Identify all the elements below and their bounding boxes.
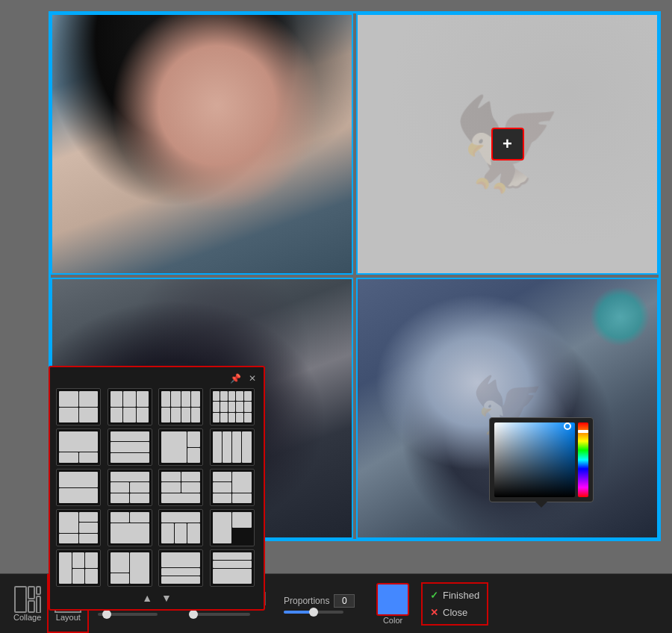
roundness-slider-track — [190, 613, 250, 616]
hue-bar[interactable] — [578, 422, 588, 497]
layout-thumb-mixed6[interactable] — [210, 509, 255, 546]
proportions-label: Proportions — [284, 596, 329, 606]
layout-thumb-mixed2[interactable] — [210, 469, 255, 506]
layout-panel: 📌 ✕ — [49, 366, 265, 611]
layout-thumb-mixed4[interactable] — [108, 509, 152, 546]
spectrum-cursor[interactable] — [564, 422, 571, 430]
proportions-row: Proportions 0 — [284, 594, 355, 608]
layout-thumb-4x2[interactable] — [158, 388, 203, 425]
finished-button[interactable]: ✓ Finished — [430, 588, 479, 602]
close-label: Close — [443, 607, 467, 618]
layout-thumb-mixed8[interactable] — [108, 549, 152, 587]
close-button[interactable]: ✕ Close — [430, 605, 479, 620]
add-photo-button[interactable]: + — [491, 128, 524, 160]
color-button[interactable] — [376, 583, 409, 616]
action-buttons: ✓ Finished ✕ Close — [421, 582, 488, 626]
layout-thumb-wn[interactable] — [158, 428, 203, 466]
layout-panel-close-button[interactable]: ✕ — [247, 373, 258, 384]
layout-thumb-mixed10[interactable] — [210, 549, 255, 587]
roundness-slider[interactable] — [190, 613, 250, 616]
layout-thumb-mixed7[interactable] — [56, 549, 101, 587]
layout-thumb-mixed9[interactable] — [158, 549, 203, 587]
layout-thumb-mixed3[interactable] — [56, 509, 101, 546]
collage-section: Collage — [7, 574, 47, 633]
color-label: Color — [383, 616, 402, 625]
hue-cursor[interactable] — [578, 430, 588, 433]
teal-accent — [590, 287, 650, 346]
check-icon: ✓ — [430, 590, 438, 601]
layout-thumb-5x3[interactable] — [210, 388, 255, 425]
collage-icon — [14, 586, 41, 613]
scroll-up-arrow[interactable]: ▲ — [142, 593, 152, 603]
proportions-value[interactable]: 0 — [334, 594, 355, 608]
collage-svg-icon — [14, 586, 41, 613]
color-picker-inner — [494, 422, 588, 497]
spacing-slider-thumb[interactable] — [102, 610, 111, 619]
pin-button[interactable]: 📌 — [228, 373, 243, 384]
finished-label: Finished — [443, 590, 479, 601]
layout-panel-header: 📌 ✕ — [56, 373, 258, 384]
layout-thumb-v3[interactable] — [108, 469, 152, 506]
color-section: Color — [364, 574, 421, 633]
layout-thumb-mixed5[interactable] — [158, 509, 203, 546]
collage-cell-2[interactable]: 🦅 + — [356, 13, 659, 275]
layout-thumb-mixed1[interactable] — [210, 428, 255, 466]
proportions-control: Proportions 0 — [275, 574, 364, 633]
spacing-slider[interactable] — [98, 613, 158, 616]
roundness-slider-thumb[interactable] — [189, 610, 198, 619]
proportions-slider-thumb[interactable] — [309, 608, 318, 617]
svg-rect-1 — [28, 587, 34, 599]
layout-thumb-1p2[interactable] — [56, 428, 101, 466]
canvas-area: 🦅 + 🦅 🦅 📌 ✕ — [0, 0, 672, 573]
svg-rect-2 — [28, 601, 34, 612]
layout-thumb-v4[interactable] — [158, 469, 203, 506]
collage-cell-1[interactable] — [51, 13, 353, 275]
color-picker-popup — [489, 417, 594, 502]
layout-thumbnail-grid — [56, 388, 258, 587]
x-icon: ✕ — [430, 607, 438, 618]
proportions-slider[interactable] — [284, 611, 343, 614]
layout-thumb-3x2[interactable] — [108, 388, 152, 425]
svg-rect-3 — [37, 587, 40, 594]
add-photo-container: + — [491, 128, 524, 160]
layout-thumb-v2[interactable] — [56, 469, 101, 506]
scroll-down-arrow[interactable]: ▼ — [161, 593, 172, 603]
layout-thumb-2x2[interactable] — [56, 388, 101, 425]
color-spectrum[interactable] — [494, 422, 575, 497]
layout-thumb-h3[interactable] — [108, 428, 152, 466]
layout-label: Layout — [56, 613, 81, 622]
collage-label: Collage — [13, 613, 41, 622]
plus-icon: + — [503, 134, 512, 154]
svg-rect-4 — [37, 596, 40, 613]
svg-rect-0 — [15, 587, 26, 612]
